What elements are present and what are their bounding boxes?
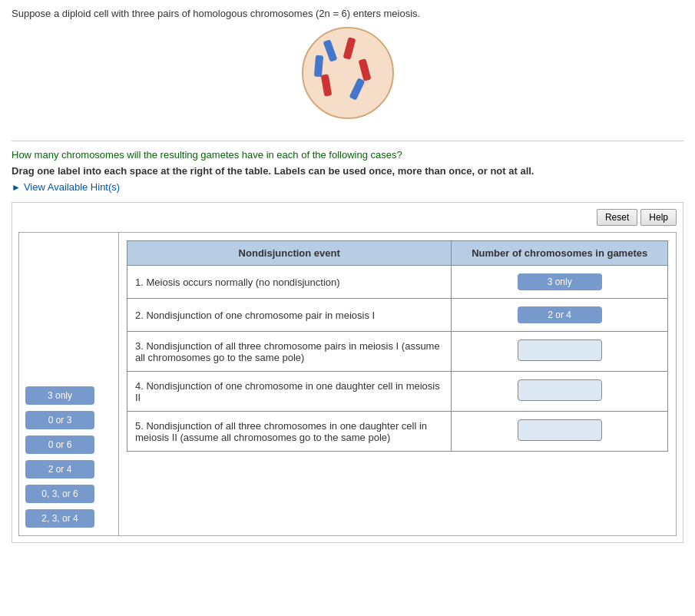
question-text: How many chromosomes will the resulting … [12,149,683,161]
drag-label-2-3-or-4[interactable]: 2, 3, or 4 [25,509,94,528]
table-row: 4. Nondisjunction of one chromosome in o… [127,372,668,412]
drag-label-0or3[interactable]: 0 or 3 [25,411,94,429]
drop-box-5[interactable] [518,419,602,441]
drag-label-3only[interactable]: 3 only [25,386,94,405]
labels-column: 3 only 0 or 3 0 or 6 2 or 4 0, 3, or 6 2… [19,233,119,535]
table-row: 2. Nondisjunction of one chromosome pair… [127,299,668,332]
drag-label-2or4[interactable]: 2 or 4 [25,460,94,479]
event-cell-2: 2. Nondisjunction of one chromosome pair… [127,299,452,332]
event-cell-4: 4. Nondisjunction of one chromosome in o… [127,372,452,412]
drop-box-4[interactable] [518,379,602,401]
answer-cell-2: 2 or 4 [452,299,668,332]
answer-label-2[interactable]: 2 or 4 [518,306,602,323]
answer-cell-5[interactable] [452,412,668,452]
answer-label-1[interactable]: 3 only [518,273,602,290]
hint-arrow-icon: ► [12,182,21,193]
table-area: Nondisjunction event Number of chromosom… [119,233,676,535]
answer-cell-4[interactable] [452,372,668,412]
intro-content: Suppose a diploid cell with three pairs … [12,8,420,19]
hint-link[interactable]: ► View Available Hint(s) [12,181,683,193]
event-cell-5: 5. Nondisjunction of all three chromosom… [127,412,452,452]
event-cell-3: 3. Nondisjunction of all three chromosom… [127,332,452,372]
drag-label-0-3-or-6[interactable]: 0, 3, or 6 [25,485,94,503]
drag-label-0or6[interactable]: 0 or 6 [25,436,94,454]
hint-link-text: View Available Hint(s) [24,181,120,193]
table-row: 5. Nondisjunction of all three chromosom… [127,412,668,452]
main-panel: Reset Help 3 only 0 or 3 0 or 6 2 or 4 0… [12,202,683,543]
intro-text: Suppose a diploid cell with three pairs … [12,8,683,141]
table-row: 1. Meiosis occurs normally (no nondisjun… [127,266,668,299]
help-button[interactable]: Help [640,209,677,226]
answer-cell-1: 3 only [452,266,668,299]
event-table: Nondisjunction event Number of chromosom… [127,240,668,452]
col2-header: Number of chromosomes in gametes [452,241,668,266]
event-cell-1: 1. Meiosis occurs normally (no nondisjun… [127,266,452,299]
col1-header: Nondisjunction event [127,241,452,266]
content-area: 3 only 0 or 3 0 or 6 2 or 4 0, 3, or 6 2… [18,232,677,536]
cell-diagram [12,19,683,127]
page-container: Suppose a diploid cell with three pairs … [0,0,695,551]
toolbar: Reset Help [18,209,677,226]
table-row: 3. Nondisjunction of all three chromosom… [127,332,668,372]
answer-cell-3[interactable] [452,332,668,372]
drag-instruction: Drag one label into each space at the ri… [12,165,683,177]
table-header-row: Nondisjunction event Number of chromosom… [127,241,668,266]
reset-button[interactable]: Reset [597,209,637,226]
cell-circle [302,27,394,119]
drop-box-3[interactable] [518,339,602,361]
